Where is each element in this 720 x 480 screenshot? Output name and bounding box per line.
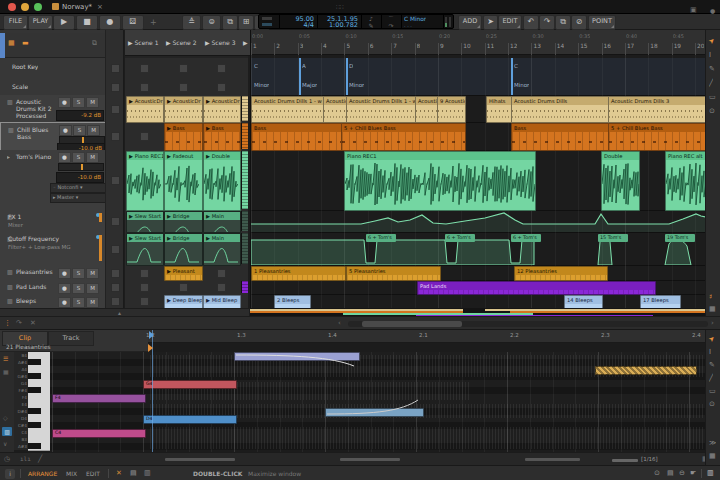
record-arm-button[interactable]: ● xyxy=(58,297,71,308)
track-header-bleeps[interactable]: ▥Bleeps●SM xyxy=(0,294,105,309)
stop-all-clips-button[interactable] xyxy=(111,283,120,292)
a-knife-tool-icon[interactable]: ╱ xyxy=(709,78,713,88)
track-header-piano[interactable]: ▸Tom's Piano●SM-10.0 dB◦ Notconfi ▾▸ Mas… xyxy=(0,150,105,211)
output-select[interactable]: ▸ Master ▾ xyxy=(50,193,108,203)
arrangement-overview[interactable] xyxy=(250,308,705,316)
mode-arrange[interactable]: ARRANGE xyxy=(28,466,57,480)
scale-value[interactable]: Major xyxy=(302,82,317,88)
solo-button[interactable]: S xyxy=(72,152,85,163)
audio-edit-icon[interactable]: ♯ xyxy=(709,292,712,302)
e-knife-tool-icon[interactable]: ╱ xyxy=(709,373,713,383)
piano-key-A#3[interactable] xyxy=(28,443,50,451)
arranger-clip[interactable]: 14 Bleeps xyxy=(564,295,603,309)
solo-button[interactable]: S xyxy=(72,268,85,279)
clip-stop-button[interactable] xyxy=(217,64,226,73)
mute-button[interactable]: M xyxy=(87,125,100,136)
arranger-clip[interactable]: Double xyxy=(601,151,640,211)
track-header-scale[interactable]: Scale xyxy=(0,78,105,96)
fold-icon[interactable]: ◇ xyxy=(3,414,8,421)
e-pencil-tool-icon[interactable]: ✎ xyxy=(709,360,715,370)
point-snap-button[interactable]: POINT xyxy=(588,15,616,30)
metronome-icon[interactable]: ♪✎ xyxy=(361,15,382,28)
scene4-clip-sliver[interactable] xyxy=(241,151,248,209)
launcher-clip[interactable]: ▶ Mid Bleep xyxy=(203,295,241,309)
arranger-clip[interactable]: Acoustic Drums Dills 1 - w Perc xyxy=(251,96,325,123)
track-header-drums[interactable]: ▥Acoustic Drums Kit 2 Processed●SM-9.2 d… xyxy=(0,95,105,123)
velocity-icon[interactable]: ∨ xyxy=(3,440,7,447)
launcher-clip[interactable]: ▶ AcousticDr xyxy=(203,96,241,123)
solo-button[interactable]: S xyxy=(72,297,85,308)
add-plus-icon[interactable]: + xyxy=(150,17,157,28)
zoom-window-light[interactable] xyxy=(34,3,42,11)
launcher-clip[interactable]: ▶ Main xyxy=(203,211,241,233)
scene-bar-icon[interactable]: ▬ xyxy=(22,39,29,47)
shuffle-dice-icon[interactable]: ⚄ xyxy=(122,15,144,30)
launcher-clip[interactable]: ▶ Double xyxy=(203,151,241,211)
loop-icon[interactable]: ⌒↷ xyxy=(381,15,402,28)
root-key-value[interactable]: D xyxy=(349,63,353,69)
cycle-icon[interactable]: ◷ xyxy=(4,455,10,463)
a-eraser-tool-icon[interactable]: ▭ xyxy=(709,92,716,102)
clip-stop-button[interactable] xyxy=(140,83,149,92)
mute-button[interactable]: M xyxy=(86,97,99,108)
volume-db-value[interactable]: -10.0 dB xyxy=(56,172,104,183)
launcher-splitter[interactable]: ▴ xyxy=(0,308,249,316)
arranger-row-scale[interactable] xyxy=(251,78,705,96)
tab-close-icon[interactable]: × xyxy=(97,3,103,11)
track-header-rootkey[interactable]: Root Key xyxy=(0,58,105,79)
editor-ruler[interactable]: 1.21.31.42.12.22.32.4 xyxy=(148,330,705,343)
close-detail-icon[interactable]: ✕ xyxy=(116,466,122,480)
track-header-fx1[interactable]: ▥FX 1Mixer xyxy=(0,210,105,233)
root-key-value[interactable]: C xyxy=(254,63,258,69)
clip-stop-button[interactable] xyxy=(179,83,188,92)
record-arm-button[interactable]: ● xyxy=(58,283,71,294)
automation-clip-label[interactable]: 6 + Tom's xyxy=(366,234,396,242)
editor-splitter-bar[interactable]: ⋮ ↷ ✕ ‹ › xyxy=(0,316,720,330)
stop-all-clips-button[interactable] xyxy=(111,83,120,92)
info-button[interactable]: i xyxy=(5,469,15,479)
arranger-clip[interactable]: 17 Bleeps xyxy=(640,295,681,309)
mode-edit-label[interactable]: EDIT xyxy=(86,466,100,480)
arranger-clip[interactable]: Bass xyxy=(251,123,343,151)
midi-note[interactable]: F4 xyxy=(52,394,146,403)
add-track-button[interactable]: ADD xyxy=(458,15,482,30)
minimize-window-light[interactable] xyxy=(21,3,29,11)
scroll-left-icon[interactable]: ‹ xyxy=(338,319,341,327)
arranger-clip[interactable]: 5 + Chill Blues Bass xyxy=(608,123,705,151)
expand-panel-icon[interactable]: ⧉ xyxy=(92,39,97,47)
close-window-light[interactable] xyxy=(8,3,16,11)
launcher-clip[interactable]: ▶ Deep Bleep xyxy=(164,295,203,309)
time-signature[interactable]: 4/4 xyxy=(281,22,314,29)
play-menu-button[interactable]: PLAY xyxy=(28,15,53,30)
stop-all-clips-button[interactable] xyxy=(111,176,120,185)
clip-stop-button[interactable] xyxy=(217,283,226,292)
pointer-tool-icon[interactable]: ➤ xyxy=(483,15,498,30)
arranger-clip[interactable]: Acoustic Drums Dills xyxy=(511,96,610,123)
launcher-clip[interactable]: ▶ Slew Start xyxy=(126,211,164,233)
e-pointer-tool-icon[interactable]: ➤ xyxy=(706,333,717,344)
scene4-clip-sliver[interactable] xyxy=(241,123,248,149)
grid-setting-value[interactable]: [1/16] xyxy=(641,456,658,462)
automation-clip-label[interactable]: 19 Tom's xyxy=(665,234,695,242)
display-profile-icon[interactable]: ▣ xyxy=(690,6,697,14)
groove-icon[interactable]: ⊜ xyxy=(202,15,221,30)
launcher-clip[interactable]: ▶ AcousticDr xyxy=(126,96,164,123)
scene4-clip-sliver[interactable] xyxy=(241,96,248,121)
root-key-value[interactable]: C xyxy=(514,63,518,69)
notification-dot-icon[interactable]: ● xyxy=(710,7,715,14)
midi-note[interactable]: G4 xyxy=(143,380,237,389)
arranger-clip[interactable]: Acoustic D xyxy=(323,96,348,123)
stop-all-clips-button[interactable] xyxy=(111,245,120,254)
grid-icon[interactable]: ▦ xyxy=(3,368,9,375)
follow-icon[interactable]: ↷ xyxy=(16,319,22,327)
automation-clip-label[interactable]: 6 + Tom's xyxy=(445,234,475,242)
solo-button[interactable]: S xyxy=(73,125,86,136)
edited-clip-name[interactable]: 21 Pleasantries xyxy=(6,344,146,350)
record-arm-button[interactable]: ● xyxy=(58,268,71,279)
a-pointer-tool-icon[interactable]: ➤ xyxy=(706,35,717,46)
record-arm-button[interactable]: ● xyxy=(58,152,71,163)
launcher-clip[interactable]: ▶ Fadeout xyxy=(164,151,203,211)
launcher-clip[interactable]: ▶ Bridge xyxy=(164,211,203,233)
stop-all-clips-button[interactable] xyxy=(111,297,120,306)
scale-value[interactable]: Minor xyxy=(349,82,364,88)
